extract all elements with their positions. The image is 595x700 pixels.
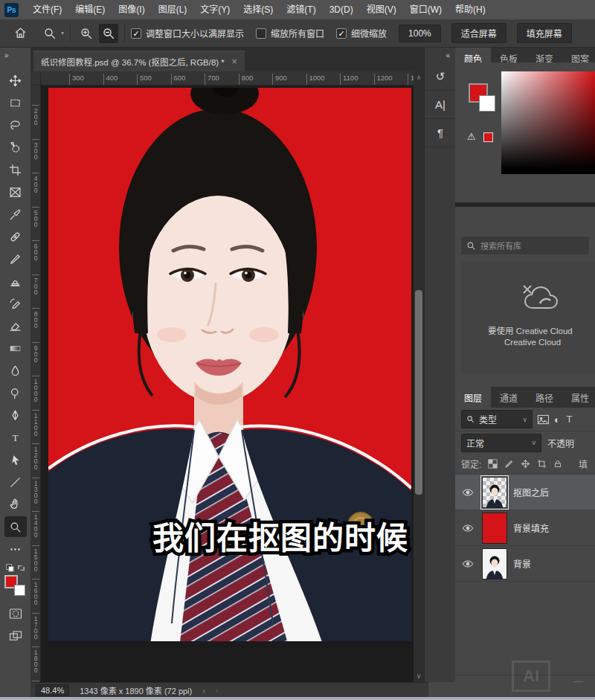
filter-image-icon[interactable] — [537, 414, 550, 425]
home-icon[interactable] — [10, 24, 30, 43]
layer-thumbnail[interactable] — [482, 548, 507, 579]
layer-row-1[interactable]: 背景填充 — [455, 510, 595, 546]
filter-adjustment-icon[interactable]: ◐ — [554, 414, 560, 426]
gamut-warning-swatch[interactable] — [483, 132, 493, 142]
type-tool[interactable]: T — [4, 427, 27, 448]
menu-item-6[interactable]: 滤镜(T) — [280, 0, 322, 19]
status-zoom-value[interactable]: 48.4% — [36, 684, 69, 696]
collapse-panels-chevron[interactable]: « — [425, 48, 455, 62]
lock-artboard-icon[interactable] — [537, 459, 547, 469]
options-button-0[interactable]: 100% — [399, 25, 441, 42]
default-swap-colors[interactable] — [6, 564, 25, 572]
layer-visibility-eye-icon[interactable] — [460, 559, 476, 568]
foreground-background-swatches[interactable] — [4, 575, 27, 597]
zoom-out-icon[interactable] — [99, 24, 118, 43]
menu-item-5[interactable]: 选择(S) — [237, 0, 280, 19]
clone-stamp-tool[interactable] — [4, 271, 27, 292]
gradient-tool[interactable] — [4, 338, 27, 359]
menu-item-0[interactable]: 文件(F) — [26, 0, 68, 19]
layer-thumbnail[interactable] — [482, 477, 507, 508]
checkbox-label: 缩放所有窗口 — [271, 27, 324, 39]
lock-transparency-icon[interactable] — [488, 459, 498, 469]
hand-tool[interactable] — [4, 494, 27, 515]
close-document-icon[interactable]: × — [232, 57, 237, 67]
history-brush-tool[interactable] — [4, 293, 27, 314]
layers-tab-1[interactable]: 通道 — [491, 387, 527, 408]
zoom-in-icon[interactable] — [77, 24, 96, 43]
svg-text:T: T — [12, 431, 18, 443]
eraser-tool[interactable] — [4, 315, 27, 336]
menu-item-2[interactable]: 图像(I) — [112, 0, 151, 19]
blend-mode-row: 正常 ∨ 不透明 — [455, 431, 595, 454]
more-tools[interactable] — [4, 539, 27, 559]
eyedropper-tool[interactable] — [4, 204, 27, 225]
layers-tab-3[interactable]: 属性 — [562, 387, 595, 408]
lasso-tool[interactable] — [4, 115, 27, 135]
line-tool[interactable] — [4, 472, 27, 492]
scroll-up-icon[interactable]: ∧ — [414, 74, 424, 81]
layer-name[interactable]: 背景 — [513, 557, 531, 570]
status-chevron-right[interactable]: › — [202, 686, 205, 695]
lock-all-icon[interactable] — [553, 459, 562, 469]
vruler-label: 500 — [32, 207, 39, 227]
quick-mask-button[interactable] — [4, 603, 27, 624]
crop-tool[interactable] — [4, 159, 27, 180]
document-tab[interactable]: 纸识修图教程.psd @ 36.7% (抠图之后, RGB/8) * × — [33, 51, 245, 71]
layers-tab-2[interactable]: 路径 — [527, 387, 562, 408]
background-color-swatch[interactable] — [14, 585, 25, 596]
photo-canvas[interactable]: 我们在抠图的时候 — [48, 88, 411, 649]
brush-tool[interactable] — [4, 248, 27, 269]
character-panel-icon[interactable]: A| — [425, 91, 456, 119]
path-select-tool[interactable] — [4, 449, 27, 470]
frame-tool[interactable] — [4, 182, 27, 202]
zoom-tool-options-icon[interactable] — [40, 24, 60, 43]
scrollbar-thumb[interactable] — [415, 290, 422, 495]
checkbox-checked[interactable]: ✓ — [131, 28, 141, 39]
panel-background-swatch[interactable] — [479, 95, 495, 112]
dodge-tool[interactable] — [4, 382, 27, 403]
quick-select-tool[interactable] — [4, 137, 27, 158]
healing-brush-tool[interactable] — [4, 226, 27, 247]
screen-mode-button[interactable] — [4, 626, 27, 646]
menu-item-1[interactable]: 编辑(E) — [68, 0, 112, 19]
vertical-scrollbar[interactable]: ∧ ∨ — [414, 71, 424, 682]
pen-tool[interactable] — [4, 405, 27, 426]
menu-item-7[interactable]: 3D(D) — [323, 0, 360, 19]
move-tool[interactable] — [4, 70, 27, 91]
lock-position-icon[interactable] — [521, 459, 530, 469]
marquee-tool[interactable] — [4, 92, 27, 113]
layer-row-0[interactable]: 抠图之后 — [455, 475, 595, 510]
layer-visibility-eye-icon[interactable] — [460, 488, 476, 497]
layer-visibility-eye-icon[interactable] — [460, 524, 476, 533]
expand-tools-chevron[interactable]: » — [0, 48, 30, 60]
library-search-input[interactable]: 搜索所有库 — [461, 237, 589, 254]
color-field[interactable] — [501, 71, 595, 174]
options-button-2[interactable]: 填充屏幕 — [517, 23, 572, 43]
layers-tab-0[interactable]: 图层 — [455, 387, 491, 408]
checkbox-checked[interactable]: ✓ — [336, 28, 347, 39]
layer-name[interactable]: 抠图之后 — [513, 486, 549, 498]
menu-item-4[interactable]: 文字(Y) — [193, 0, 237, 19]
blend-mode-dropdown[interactable]: 正常 ∨ — [461, 434, 541, 452]
options-button-1[interactable]: 适合屏幕 — [451, 23, 506, 43]
history-panel-icon[interactable]: ↺ — [425, 62, 456, 91]
menu-item-8[interactable]: 视图(V) — [360, 0, 403, 19]
layer-thumbnail[interactable] — [482, 513, 507, 544]
menu-item-9[interactable]: 窗口(W) — [403, 0, 448, 19]
blur-tool[interactable] — [4, 360, 27, 381]
checkbox-unchecked[interactable] — [256, 28, 266, 39]
zoom-tool[interactable] — [4, 516, 27, 537]
lock-paint-icon[interactable] — [504, 459, 514, 469]
paragraph-panel-icon[interactable]: ¶ — [425, 119, 456, 147]
status-chevron-left[interactable]: ‹ — [216, 686, 219, 695]
menu-item-3[interactable]: 图层(L) — [152, 0, 194, 19]
filter-type-icon[interactable]: T — [566, 414, 573, 425]
layer-row-2[interactable]: 背景 — [455, 546, 595, 582]
library-search-placeholder: 搜索所有库 — [480, 240, 521, 251]
zoom-options-caret[interactable]: ▾ — [61, 30, 64, 36]
layer-name[interactable]: 背景填充 — [513, 521, 549, 534]
layer-filter-type-dropdown[interactable]: 类型 ∨ — [461, 410, 533, 428]
menu-item-10[interactable]: 帮助(H) — [448, 0, 492, 19]
scroll-down-icon[interactable]: ∨ — [414, 672, 424, 680]
ps-logo-icon[interactable]: Ps — [4, 3, 19, 17]
